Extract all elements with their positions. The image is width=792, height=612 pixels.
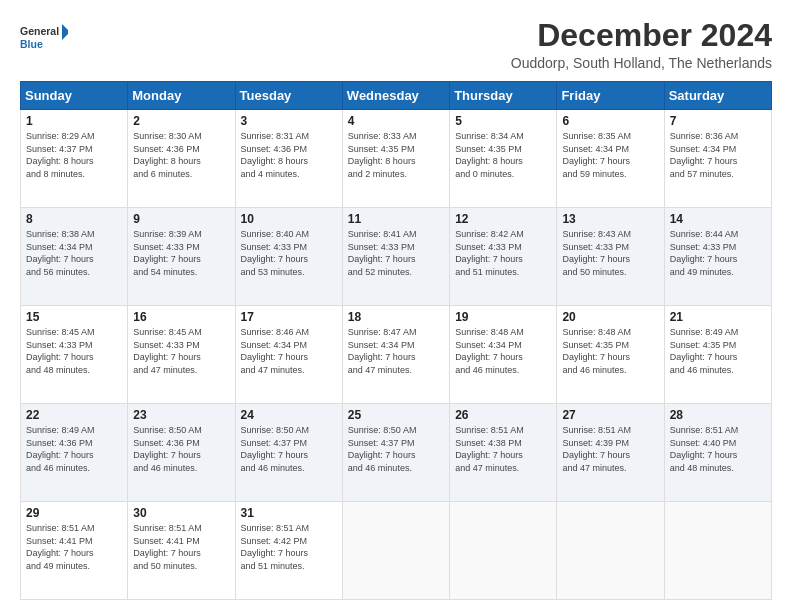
day-info: Sunrise: 8:50 AMSunset: 4:36 PMDaylight:… [133, 425, 202, 473]
day-info: Sunrise: 8:51 AMSunset: 4:40 PMDaylight:… [670, 425, 739, 473]
calendar-cell: 17Sunrise: 8:46 AMSunset: 4:34 PMDayligh… [235, 306, 342, 404]
day-number: 12 [455, 212, 552, 226]
day-number: 9 [133, 212, 230, 226]
calendar-cell: 29Sunrise: 8:51 AMSunset: 4:41 PMDayligh… [21, 502, 128, 600]
day-info: Sunrise: 8:50 AMSunset: 4:37 PMDaylight:… [241, 425, 310, 473]
day-info: Sunrise: 8:31 AMSunset: 4:36 PMDaylight:… [241, 131, 310, 179]
logo-svg: General Blue [20, 22, 68, 54]
day-info: Sunrise: 8:49 AMSunset: 4:36 PMDaylight:… [26, 425, 95, 473]
day-number: 11 [348, 212, 445, 226]
calendar-cell [557, 502, 664, 600]
calendar-cell: 15Sunrise: 8:45 AMSunset: 4:33 PMDayligh… [21, 306, 128, 404]
day-info: Sunrise: 8:30 AMSunset: 4:36 PMDaylight:… [133, 131, 202, 179]
day-info: Sunrise: 8:39 AMSunset: 4:33 PMDaylight:… [133, 229, 202, 277]
title-block: December 2024 Ouddorp, South Holland, Th… [511, 18, 772, 71]
day-number: 26 [455, 408, 552, 422]
day-number: 22 [26, 408, 123, 422]
calendar-cell [342, 502, 449, 600]
calendar-cell: 13Sunrise: 8:43 AMSunset: 4:33 PMDayligh… [557, 208, 664, 306]
calendar-week-4: 22Sunrise: 8:49 AMSunset: 4:36 PMDayligh… [21, 404, 772, 502]
day-info: Sunrise: 8:50 AMSunset: 4:37 PMDaylight:… [348, 425, 417, 473]
svg-text:General: General [20, 25, 59, 37]
day-info: Sunrise: 8:51 AMSunset: 4:41 PMDaylight:… [133, 523, 202, 571]
calendar-header-monday: Monday [128, 82, 235, 110]
calendar-header-thursday: Thursday [450, 82, 557, 110]
day-number: 19 [455, 310, 552, 324]
day-info: Sunrise: 8:42 AMSunset: 4:33 PMDaylight:… [455, 229, 524, 277]
day-info: Sunrise: 8:51 AMSunset: 4:38 PMDaylight:… [455, 425, 524, 473]
calendar-cell: 25Sunrise: 8:50 AMSunset: 4:37 PMDayligh… [342, 404, 449, 502]
day-number: 3 [241, 114, 338, 128]
calendar-cell: 19Sunrise: 8:48 AMSunset: 4:34 PMDayligh… [450, 306, 557, 404]
calendar-cell: 1Sunrise: 8:29 AMSunset: 4:37 PMDaylight… [21, 110, 128, 208]
calendar-cell [664, 502, 771, 600]
day-info: Sunrise: 8:29 AMSunset: 4:37 PMDaylight:… [26, 131, 95, 179]
calendar-week-3: 15Sunrise: 8:45 AMSunset: 4:33 PMDayligh… [21, 306, 772, 404]
day-info: Sunrise: 8:43 AMSunset: 4:33 PMDaylight:… [562, 229, 631, 277]
calendar-week-2: 8Sunrise: 8:38 AMSunset: 4:34 PMDaylight… [21, 208, 772, 306]
day-number: 1 [26, 114, 123, 128]
calendar-cell: 14Sunrise: 8:44 AMSunset: 4:33 PMDayligh… [664, 208, 771, 306]
calendar-header-friday: Friday [557, 82, 664, 110]
day-number: 8 [26, 212, 123, 226]
day-number: 20 [562, 310, 659, 324]
calendar-cell: 24Sunrise: 8:50 AMSunset: 4:37 PMDayligh… [235, 404, 342, 502]
calendar-header-sunday: Sunday [21, 82, 128, 110]
main-title: December 2024 [511, 18, 772, 53]
day-number: 27 [562, 408, 659, 422]
calendar-cell: 23Sunrise: 8:50 AMSunset: 4:36 PMDayligh… [128, 404, 235, 502]
day-info: Sunrise: 8:41 AMSunset: 4:33 PMDaylight:… [348, 229, 417, 277]
calendar-cell: 21Sunrise: 8:49 AMSunset: 4:35 PMDayligh… [664, 306, 771, 404]
day-number: 7 [670, 114, 767, 128]
calendar-cell: 7Sunrise: 8:36 AMSunset: 4:34 PMDaylight… [664, 110, 771, 208]
day-info: Sunrise: 8:48 AMSunset: 4:35 PMDaylight:… [562, 327, 631, 375]
day-info: Sunrise: 8:34 AMSunset: 4:35 PMDaylight:… [455, 131, 524, 179]
day-info: Sunrise: 8:44 AMSunset: 4:33 PMDaylight:… [670, 229, 739, 277]
day-number: 23 [133, 408, 230, 422]
calendar-cell: 30Sunrise: 8:51 AMSunset: 4:41 PMDayligh… [128, 502, 235, 600]
svg-marker-2 [62, 24, 68, 40]
day-number: 4 [348, 114, 445, 128]
calendar-cell: 12Sunrise: 8:42 AMSunset: 4:33 PMDayligh… [450, 208, 557, 306]
header: General Blue December 2024 Ouddorp, Sout… [20, 18, 772, 71]
day-number: 10 [241, 212, 338, 226]
day-number: 21 [670, 310, 767, 324]
svg-text:Blue: Blue [20, 38, 43, 50]
day-info: Sunrise: 8:36 AMSunset: 4:34 PMDaylight:… [670, 131, 739, 179]
calendar-cell: 18Sunrise: 8:47 AMSunset: 4:34 PMDayligh… [342, 306, 449, 404]
calendar-table: SundayMondayTuesdayWednesdayThursdayFrid… [20, 81, 772, 600]
page: General Blue December 2024 Ouddorp, Sout… [0, 0, 792, 612]
calendar-header-tuesday: Tuesday [235, 82, 342, 110]
day-info: Sunrise: 8:51 AMSunset: 4:39 PMDaylight:… [562, 425, 631, 473]
day-info: Sunrise: 8:51 AMSunset: 4:41 PMDaylight:… [26, 523, 95, 571]
logo: General Blue [20, 22, 68, 54]
day-info: Sunrise: 8:48 AMSunset: 4:34 PMDaylight:… [455, 327, 524, 375]
calendar-header-row: SundayMondayTuesdayWednesdayThursdayFrid… [21, 82, 772, 110]
day-number: 18 [348, 310, 445, 324]
calendar-cell: 11Sunrise: 8:41 AMSunset: 4:33 PMDayligh… [342, 208, 449, 306]
day-number: 24 [241, 408, 338, 422]
day-number: 5 [455, 114, 552, 128]
day-number: 13 [562, 212, 659, 226]
subtitle: Ouddorp, South Holland, The Netherlands [511, 55, 772, 71]
calendar-cell: 28Sunrise: 8:51 AMSunset: 4:40 PMDayligh… [664, 404, 771, 502]
day-number: 31 [241, 506, 338, 520]
day-info: Sunrise: 8:49 AMSunset: 4:35 PMDaylight:… [670, 327, 739, 375]
day-info: Sunrise: 8:47 AMSunset: 4:34 PMDaylight:… [348, 327, 417, 375]
calendar-cell: 10Sunrise: 8:40 AMSunset: 4:33 PMDayligh… [235, 208, 342, 306]
day-info: Sunrise: 8:46 AMSunset: 4:34 PMDaylight:… [241, 327, 310, 375]
calendar-cell: 8Sunrise: 8:38 AMSunset: 4:34 PMDaylight… [21, 208, 128, 306]
day-info: Sunrise: 8:45 AMSunset: 4:33 PMDaylight:… [26, 327, 95, 375]
calendar-week-1: 1Sunrise: 8:29 AMSunset: 4:37 PMDaylight… [21, 110, 772, 208]
calendar-cell: 26Sunrise: 8:51 AMSunset: 4:38 PMDayligh… [450, 404, 557, 502]
day-number: 29 [26, 506, 123, 520]
calendar-cell: 22Sunrise: 8:49 AMSunset: 4:36 PMDayligh… [21, 404, 128, 502]
day-number: 28 [670, 408, 767, 422]
calendar-cell: 6Sunrise: 8:35 AMSunset: 4:34 PMDaylight… [557, 110, 664, 208]
calendar-cell: 3Sunrise: 8:31 AMSunset: 4:36 PMDaylight… [235, 110, 342, 208]
calendar-cell: 16Sunrise: 8:45 AMSunset: 4:33 PMDayligh… [128, 306, 235, 404]
day-number: 16 [133, 310, 230, 324]
day-info: Sunrise: 8:45 AMSunset: 4:33 PMDaylight:… [133, 327, 202, 375]
day-info: Sunrise: 8:38 AMSunset: 4:34 PMDaylight:… [26, 229, 95, 277]
calendar-cell: 2Sunrise: 8:30 AMSunset: 4:36 PMDaylight… [128, 110, 235, 208]
